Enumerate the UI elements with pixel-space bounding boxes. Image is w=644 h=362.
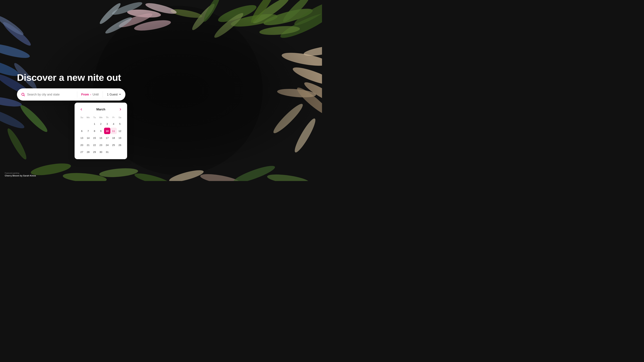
calendar-weekdays: Su Mo Tu We Th Fr Sa: [79, 115, 123, 119]
cal-day-11[interactable]: 11: [110, 128, 116, 134]
cal-day-empty: [110, 149, 116, 155]
calendar-grid: Su Mo Tu We Th Fr Sa 1 2 3 4 5: [79, 115, 123, 155]
weekday-tu: Tu: [91, 115, 98, 119]
from-label: From: [81, 93, 89, 96]
cal-day-31[interactable]: 31: [104, 149, 110, 155]
cal-day-empty: [117, 149, 123, 155]
until-label: Until: [92, 93, 99, 96]
cal-day-15[interactable]: 15: [91, 135, 98, 141]
cal-day-21[interactable]: 21: [85, 142, 91, 148]
cal-day-12[interactable]: 12: [117, 128, 123, 134]
cal-day-25[interactable]: 25: [110, 142, 116, 148]
calendar-next-button[interactable]: [118, 107, 123, 112]
cal-day-16[interactable]: 16: [98, 135, 104, 141]
search-input[interactable]: [27, 93, 73, 96]
cal-day-13[interactable]: 13: [79, 135, 85, 141]
cal-day-5[interactable]: 5: [117, 121, 123, 127]
calendar-month-label: March: [96, 108, 105, 111]
search-section[interactable]: [17, 88, 77, 101]
cal-day-6[interactable]: 6: [79, 128, 85, 134]
cal-day-4[interactable]: 4: [110, 121, 116, 127]
calendar-prev-button[interactable]: [79, 107, 84, 112]
search-bar: From › Until 1 Guest March: [17, 88, 126, 101]
cal-day-3[interactable]: 3: [104, 121, 110, 127]
cal-day-20[interactable]: 20: [79, 142, 85, 148]
cal-day-1[interactable]: 1: [91, 121, 98, 127]
painting-name: Cherry Bloom by Sarah Kinne: [5, 174, 36, 177]
calendar-header: March: [79, 107, 123, 112]
cal-day-empty: [85, 121, 91, 127]
cal-day-empty: [79, 121, 85, 127]
cal-day-18[interactable]: 18: [110, 135, 116, 141]
cal-day-22[interactable]: 22: [91, 142, 98, 148]
painting-credit: Featured painting Cherry Bloom by Sarah …: [5, 172, 36, 177]
calendar-dropdown: March Su Mo Tu We Th Fr Sa: [74, 103, 127, 159]
cal-day-23[interactable]: 23: [98, 142, 104, 148]
svg-line-50: [24, 95, 25, 96]
cal-day-30[interactable]: 30: [98, 149, 104, 155]
guest-picker[interactable]: 1 Guest: [103, 88, 126, 101]
cal-day-19[interactable]: 19: [117, 135, 123, 141]
search-icon: [21, 92, 25, 96]
weekday-we: We: [98, 115, 104, 119]
cal-day-26[interactable]: 26: [117, 142, 123, 148]
weekday-mo: Mo: [85, 115, 91, 119]
weekday-sa: Sa: [117, 115, 123, 119]
cal-day-14[interactable]: 14: [85, 135, 91, 141]
page-headline: Discover a new nite out: [17, 72, 121, 83]
weekday-su: Su: [79, 115, 85, 119]
date-picker[interactable]: From › Until: [77, 88, 103, 101]
date-separator-icon: ›: [90, 93, 91, 96]
cal-day-9[interactable]: 9: [98, 128, 104, 134]
cal-day-29[interactable]: 29: [91, 149, 98, 155]
cal-day-27[interactable]: 27: [79, 149, 85, 155]
cal-day-28[interactable]: 28: [85, 149, 91, 155]
featured-label: Featured painting: [5, 172, 36, 174]
cal-day-17[interactable]: 17: [104, 135, 110, 141]
cal-day-8[interactable]: 8: [91, 128, 98, 134]
cal-day-10[interactable]: 10: [104, 128, 110, 134]
weekday-fr: Fr: [110, 115, 116, 119]
cal-day-7[interactable]: 7: [85, 128, 91, 134]
cal-day-24[interactable]: 24: [104, 142, 110, 148]
guest-chevron-icon: [119, 93, 121, 96]
weekday-th: Th: [104, 115, 110, 119]
guest-count-label: 1 Guest: [107, 93, 118, 96]
calendar-days: 1 2 3 4 5 6 7 8 9 10 11 12 13 14 15: [79, 121, 123, 155]
cal-day-2[interactable]: 2: [98, 121, 104, 127]
